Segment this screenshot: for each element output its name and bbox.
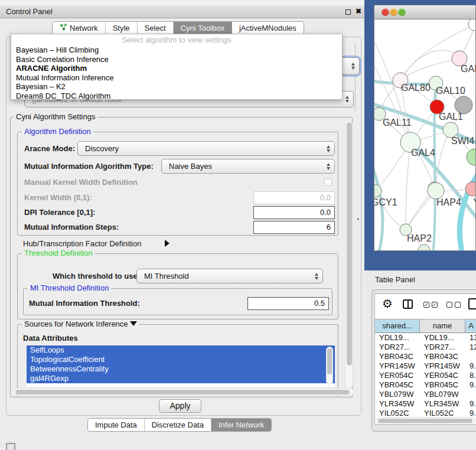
network-node[interactable] (418, 244, 430, 251)
column-header[interactable]: name (420, 319, 465, 333)
aracne-mode-combo[interactable]: Discovery (77, 141, 335, 156)
checked-box-icon[interactable]: ✓ (423, 302, 429, 308)
column-header[interactable]: A (465, 319, 476, 333)
aracne-mode-value: Discovery (85, 142, 119, 155)
table-cell[interactable] (465, 352, 476, 361)
stepper-arrows-icon (345, 96, 349, 103)
attribute-item[interactable]: TopologicalCoefficient (27, 355, 335, 364)
table-cell[interactable]: YDL19... (375, 333, 420, 343)
network-graph: GALGAL80GAL10GAL11GAL1SWI4GAL4GCY1HAP4YH… (374, 19, 476, 251)
splitter-grip[interactable]: ▸ (357, 216, 360, 221)
table-cell[interactable]: 12 (465, 343, 476, 352)
table-cell[interactable]: YBL079W (375, 390, 420, 399)
manual-kernel-checkbox[interactable] (324, 178, 332, 186)
algorithm-option[interactable]: Dream8 DC_TDC Algorithm (11, 92, 342, 101)
table-cell[interactable]: YLR345W (375, 399, 420, 409)
table-cell[interactable]: YLR345W (420, 399, 465, 409)
algorithm-option[interactable]: Bayesian – Hill Climbing (11, 45, 342, 55)
kernel-width-field[interactable]: 0.0 (253, 191, 335, 204)
table-cell[interactable]: YDR27... (375, 343, 420, 352)
algorithm-option[interactable]: Mutual Information Inference (11, 73, 342, 83)
table-row[interactable]: YDL19...YDL19...13 (375, 333, 476, 343)
dpi-tolerance-field[interactable]: 0.0 (253, 206, 335, 219)
table-cell[interactable]: 13 (465, 333, 476, 343)
table-row[interactable]: YDR27...YDR27...12 (375, 343, 476, 352)
table-cell[interactable] (465, 390, 476, 399)
data-attributes-list[interactable]: SelfLoopsTopologicalCoefficientBetweenne… (27, 345, 335, 387)
table-cell[interactable]: YBR043C (420, 352, 465, 361)
collapse-arrow-icon[interactable] (130, 321, 137, 326)
table-cell[interactable]: 9. (465, 380, 476, 390)
tab-discretize-data[interactable]: Discretize Data (145, 419, 211, 431)
tab-impute-data[interactable]: Impute Data (88, 419, 145, 431)
network-node[interactable] (428, 182, 444, 199)
table-horizontal-scrollbar[interactable] (376, 417, 476, 423)
tab-network[interactable]: Network (53, 22, 106, 34)
dpi-tolerance-label: DPI Tolerance [0,1]: (24, 206, 95, 219)
expand-arrow-icon[interactable] (165, 240, 169, 247)
column-split-icon[interactable] (403, 299, 413, 309)
table-row[interactable]: YER054CYER054C8. (375, 371, 476, 380)
cut-button[interactable] (6, 443, 15, 450)
table-row[interactable]: YBR043CYBR043C (375, 352, 476, 361)
network-canvas[interactable]: GALGAL80GAL10GAL11GAL1SWI4GAL4GCY1HAP4YH… (374, 19, 476, 251)
algorithm-definition-title: Algorithm Definition (22, 128, 93, 136)
algorithm-popup: Select algorithm to view settings Bayesi… (11, 34, 343, 100)
mi-type-value: Naive Bayes (169, 159, 212, 173)
close-icon[interactable]: ✖ (356, 7, 361, 15)
table-cell[interactable]: YER054C (420, 371, 465, 380)
tab-jactivemnodules[interactable]: jActiveMNodules (232, 22, 304, 34)
mi-steps-field[interactable]: 6 (253, 221, 335, 234)
checked-box-icon[interactable]: ✓ (432, 302, 438, 308)
table-cell[interactable]: YPR145W (375, 361, 420, 371)
table-cell[interactable]: YDR27... (420, 343, 465, 352)
table-cell[interactable]: 9. (465, 361, 476, 371)
settings-vertical-scrollbar[interactable] (345, 120, 353, 389)
tab-infer-network[interactable]: Infer Network (211, 419, 271, 431)
table-cell[interactable]: YBR043C (375, 352, 420, 361)
table-cell[interactable]: YBR045C (420, 380, 465, 390)
table-cell[interactable]: 9. (465, 399, 476, 409)
gear-icon[interactable]: ⚙ (382, 298, 393, 309)
column-header[interactable]: shared... (375, 319, 420, 333)
which-threshold-combo[interactable]: MI Threshold (136, 269, 323, 283)
page-icon[interactable] (468, 298, 476, 309)
hidden-group-border (355, 43, 356, 112)
table-cell[interactable]: YDL19... (420, 333, 465, 343)
tab-style[interactable]: Style (106, 22, 138, 34)
network-node[interactable] (467, 149, 476, 165)
float-window-icon[interactable] (345, 9, 351, 15)
node-label: GAL1 (439, 112, 463, 122)
attribute-item[interactable]: SelfLoops (27, 345, 335, 355)
table-cell[interactable]: 8. (465, 371, 476, 380)
table-row[interactable]: YPR145WYPR145W9. (375, 361, 476, 371)
attribute-item[interactable]: BetweennessCentrality (27, 364, 335, 374)
table-cell[interactable]: YPR145W (420, 361, 465, 371)
algorithm-option[interactable]: Bayesian – K2 (11, 82, 342, 92)
unchecked-box-icon[interactable] (455, 302, 461, 308)
tab-select[interactable]: Select (138, 22, 174, 34)
close-light[interactable] (382, 8, 389, 16)
table-row[interactable]: YBL079WYBL079W (375, 390, 476, 399)
network-node[interactable] (468, 19, 476, 31)
table-cell[interactable]: YBL079W (420, 390, 465, 399)
hub-section-label[interactable]: Hub/Transcription Factor Definition (23, 239, 141, 248)
apply-button[interactable]: Apply (159, 399, 201, 413)
table-row[interactable]: YLR345WYLR345W9. (375, 399, 476, 409)
algorithm-option[interactable]: ARACNE Algorithm (11, 64, 342, 73)
tab-cyni-toolbox[interactable]: Cyni Toolbox (174, 22, 232, 34)
zoom-light[interactable] (398, 8, 406, 16)
settings-horizontal-scrollbar[interactable] (12, 388, 354, 396)
table-cell[interactable]: YBR045C (375, 380, 420, 390)
attribute-item[interactable]: gal4RGexp (27, 374, 335, 383)
network-window-titlebar[interactable] (374, 5, 475, 19)
table-row[interactable]: YBR045CYBR045C9. (375, 380, 476, 390)
algorithm-option[interactable]: Basic Correlation Inference (11, 55, 342, 64)
mi-type-combo[interactable]: Naive Bayes (161, 159, 335, 174)
list-scrollbar[interactable] (326, 347, 333, 384)
minimize-light[interactable] (390, 8, 397, 16)
table-container: ⚙ ✓ ✓ shared...nameA YDL19...YDL19...13Y… (374, 294, 476, 425)
unchecked-box-icon[interactable] (446, 302, 452, 308)
table-cell[interactable]: YER054C (375, 371, 420, 380)
mi-threshold-field[interactable]: 0.5 (247, 297, 329, 310)
